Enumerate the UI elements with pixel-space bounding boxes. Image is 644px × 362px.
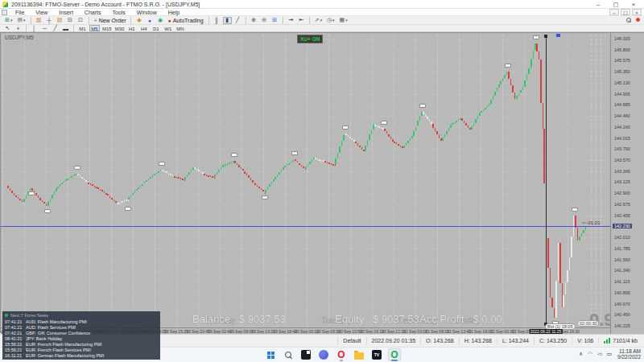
chart-plot-area[interactable]: USDJPY,M5 XU+ ON 0.9 14 Sep 202215 Sep 0…	[1, 33, 610, 334]
price-axis[interactable]: 146.020145.800145.575145.350145.130144.9…	[610, 33, 644, 334]
taskbar-opera[interactable]: O	[335, 348, 348, 361]
taskbar-tradingview[interactable]: TV	[370, 348, 383, 361]
periods-button[interactable]: ◷▾	[325, 17, 336, 24]
news-panel-header: Next 7 Forex News	[2, 312, 160, 319]
zoom-out-button[interactable]: ⊖	[260, 17, 269, 24]
minimize-button[interactable]: –	[589, 0, 607, 9]
timeframe-m30[interactable]: M30	[114, 25, 126, 31]
autotrading-button[interactable]: ●AutoTrading	[166, 17, 204, 24]
bar-chart-button[interactable]: ║	[213, 17, 221, 24]
cursor-button[interactable]: ↖	[3, 25, 12, 32]
mdi-restore-button[interactable]: ▢	[621, 9, 630, 15]
templates-button[interactable]: ▦▾	[338, 17, 349, 24]
auto-scroll-button[interactable]: ⇥	[287, 17, 295, 24]
menu-tools[interactable]: Tools	[106, 10, 130, 15]
status-cell-6: V: 106	[572, 337, 598, 345]
candle	[571, 237, 572, 257]
experts-button[interactable]: ●	[145, 17, 154, 24]
candle	[208, 175, 209, 177]
candlestick-chart-button[interactable]: ▮	[223, 17, 232, 24]
terminal-button[interactable]: ⊟	[66, 17, 75, 24]
tile-windows-button[interactable]: ⊞	[270, 17, 279, 24]
swing-tag	[262, 195, 268, 200]
tray-icons[interactable]: ∧ ◠ ◅ ▭	[579, 351, 613, 357]
candle	[85, 180, 87, 182]
timeframe-m15[interactable]: M15	[101, 25, 113, 31]
title-bar: 2091136394: FTMO-Server - Demo Account -…	[0, 0, 644, 9]
taskbar-file-explorer[interactable]	[353, 348, 365, 361]
candle	[429, 119, 431, 121]
timeframe-m1[interactable]: M1	[77, 25, 88, 31]
community-button[interactable]: ◉	[155, 17, 164, 24]
profiles-button[interactable]: ▤▾	[15, 17, 27, 24]
trendline-button[interactable]: ╱	[51, 25, 60, 32]
maximize-button[interactable]: ▢	[607, 0, 625, 9]
horizontal-line-button[interactable]: ─	[40, 25, 49, 32]
candle	[371, 130, 373, 135]
vertical-line-button[interactable]: │	[30, 25, 39, 32]
candle	[75, 174, 76, 175]
new-order-button[interactable]: +New Order	[93, 17, 128, 24]
candle	[238, 165, 240, 167]
candle	[543, 103, 544, 129]
candle	[530, 67, 532, 68]
timeframe-w1[interactable]: W1	[163, 25, 173, 31]
file-explorer-icon	[354, 352, 364, 360]
chart-shift-button[interactable]: ⇤	[297, 17, 306, 24]
navigator-button[interactable]: ▧	[56, 17, 64, 24]
chart-shift-icon: ⇤	[299, 17, 303, 23]
taskbar-active-app[interactable]: O	[388, 348, 401, 361]
candle	[18, 197, 19, 199]
menu-insert[interactable]: Insert	[53, 10, 79, 15]
connection-status: 7101/4 kb	[598, 338, 644, 343]
strategy-tester-button[interactable]: ⊡	[76, 17, 85, 24]
taskbar-clock[interactable]: 11:18 AM 9/22/2022	[617, 348, 641, 360]
vertical-line-icon: │	[32, 26, 35, 31]
notification-icon[interactable]	[635, 17, 641, 23]
menu-view[interactable]: View	[30, 10, 53, 15]
menu-file[interactable]: File	[10, 10, 30, 15]
candle	[348, 135, 349, 137]
chart-window[interactable]: USDJPY,M5 XU+ ON 0.9 14 Sep 202215 Sep 0…	[0, 32, 644, 333]
rectangle-button[interactable]: ▬	[61, 25, 70, 32]
line-chart-button[interactable]: ╱	[233, 17, 242, 24]
data-window-button[interactable]: ┼	[45, 17, 54, 24]
candle	[583, 230, 584, 233]
crosshair-icon: +	[16, 26, 19, 31]
crosshair-button[interactable]: +	[14, 25, 23, 32]
timeframe-h4[interactable]: H4	[138, 25, 149, 31]
close-button[interactable]: ×	[625, 0, 642, 9]
indicators-button[interactable]: ↗▾	[313, 17, 324, 24]
taskbar-terminal-app[interactable]	[299, 348, 312, 361]
candle	[212, 176, 213, 178]
mdi-minimize-button[interactable]: –	[609, 9, 619, 15]
candle	[166, 171, 167, 173]
templates-icon: ▦	[340, 17, 345, 23]
candle	[569, 257, 571, 269]
candle	[275, 177, 276, 179]
timeframe-m5[interactable]: M5	[89, 25, 100, 31]
candle	[345, 134, 347, 135]
candle	[222, 165, 224, 167]
metaeditor-button[interactable]: ◆	[134, 17, 143, 24]
zoom-in-button[interactable]: ⊕	[250, 17, 258, 24]
menu-charts[interactable]: Charts	[79, 10, 107, 15]
candle	[400, 146, 402, 147]
timeframe-mn[interactable]: MN	[175, 25, 185, 31]
mdi-close-button[interactable]: ×	[632, 9, 642, 15]
taskbar-chat-app[interactable]	[317, 348, 330, 361]
start-button[interactable]	[264, 348, 277, 361]
menu-window[interactable]: Window	[131, 10, 163, 15]
menu-help[interactable]: Help	[163, 10, 185, 15]
candle	[502, 78, 504, 81]
timeframe-h1[interactable]: H1	[126, 25, 137, 31]
timeframe-d1[interactable]: D1	[151, 25, 161, 31]
candle	[184, 179, 186, 181]
search-icon[interactable]	[626, 18, 631, 23]
taskbar-search-button[interactable]	[282, 348, 295, 361]
new-chart-button[interactable]: ⊞▾	[3, 17, 14, 24]
candle	[198, 170, 200, 171]
market-watch-button[interactable]: ▥	[35, 17, 43, 24]
candle	[200, 171, 202, 173]
event-vertical-line[interactable]	[546, 35, 547, 326]
